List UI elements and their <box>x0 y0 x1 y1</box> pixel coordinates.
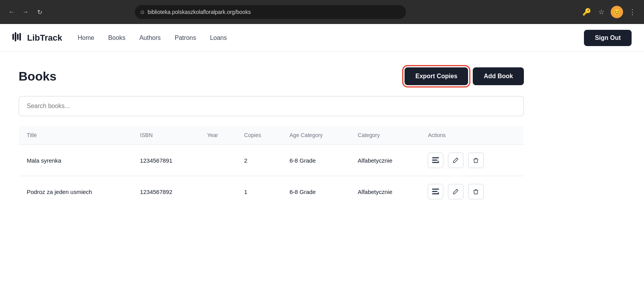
export-copies-button[interactable]: Export Copies <box>405 67 468 85</box>
cell-actions <box>420 176 523 208</box>
logo-area: LibTrack <box>12 32 62 44</box>
svg-rect-12 <box>474 190 478 191</box>
view-copies-button-0[interactable] <box>428 153 443 168</box>
delete-button-1[interactable] <box>468 184 484 199</box>
user-avatar[interactable]: 😊 <box>611 6 623 18</box>
svg-rect-0 <box>12 34 14 40</box>
address-text: biblioteka.polskaszkolafloralpark.org/bo… <box>148 9 251 15</box>
address-bar-security-icon: ⊙ <box>140 9 145 15</box>
table-row: Podroz za jeden usmiech 1234567892 1 6-8… <box>19 176 524 208</box>
col-copies: Copies <box>236 126 282 145</box>
cell-isbn: 1234567891 <box>132 145 199 176</box>
cell-year <box>199 145 236 176</box>
cell-actions <box>420 145 523 176</box>
col-isbn: ISBN <box>132 126 199 145</box>
cell-copies: 1 <box>236 176 282 208</box>
svg-rect-9 <box>432 189 439 190</box>
app-navbar: LibTrack Home Books Authors Patrons Loan… <box>0 24 644 52</box>
cell-age-category: 6-8 Grade <box>282 176 350 208</box>
view-copies-button-1[interactable] <box>428 184 443 199</box>
search-container <box>19 96 524 116</box>
table-header: Title ISBN Year Copies Age Category Cate… <box>19 126 524 145</box>
edit-button-1[interactable] <box>448 184 463 199</box>
cell-age-category: 6-8 Grade <box>282 145 350 176</box>
svg-rect-13 <box>475 189 477 190</box>
svg-rect-7 <box>474 159 478 160</box>
col-category: Category <box>350 126 420 145</box>
cell-title: Mala syrenka <box>19 145 133 176</box>
nav-home[interactable]: Home <box>77 34 94 41</box>
browser-chrome: ← → ↻ ⊙ biblioteka.polskaszkolafloralpar… <box>0 0 644 24</box>
nav-patrons[interactable]: Patrons <box>175 34 196 41</box>
col-year: Year <box>199 126 236 145</box>
cell-title: Podroz za jeden usmiech <box>19 176 133 208</box>
svg-rect-8 <box>475 158 477 159</box>
cell-copies: 2 <box>236 145 282 176</box>
svg-rect-1 <box>15 32 16 41</box>
address-bar[interactable]: ⊙ biblioteka.polskaszkolafloralpark.org/… <box>135 5 406 19</box>
page-title: Books <box>19 69 57 84</box>
password-icon[interactable]: 🔑 <box>581 7 592 17</box>
edit-button-0[interactable] <box>448 153 463 168</box>
bookmark-icon[interactable]: ☆ <box>596 7 607 17</box>
nav-links: Home Books Authors Patrons Loans <box>77 34 584 41</box>
browser-actions: 🔑 ☆ 😊 ⋮ <box>581 6 638 18</box>
forward-button[interactable]: → <box>20 7 31 17</box>
table-body: Mala syrenka 1234567891 2 6-8 Grade Alfa… <box>19 145 524 208</box>
table-row: Mala syrenka 1234567891 2 6-8 Grade Alfa… <box>19 145 524 176</box>
header-actions: Export Copies Add Book <box>405 67 524 85</box>
browser-nav-buttons: ← → ↻ <box>6 7 45 17</box>
page-header: Books Export Copies Add Book <box>19 67 524 85</box>
svg-rect-10 <box>432 191 437 192</box>
nav-authors[interactable]: Authors <box>139 34 161 41</box>
nav-books[interactable]: Books <box>108 34 125 41</box>
col-actions: Actions <box>420 126 523 145</box>
more-options-icon[interactable]: ⋮ <box>627 7 638 17</box>
search-input[interactable] <box>19 96 524 116</box>
svg-rect-5 <box>432 160 437 161</box>
logo-text: LibTrack <box>27 33 62 43</box>
back-button[interactable]: ← <box>6 7 17 17</box>
svg-rect-3 <box>19 33 21 41</box>
svg-rect-4 <box>432 157 439 158</box>
add-book-button[interactable]: Add Book <box>473 67 524 85</box>
svg-rect-2 <box>17 34 19 40</box>
nav-loans[interactable]: Loans <box>210 34 227 41</box>
sign-out-button[interactable]: Sign Out <box>584 30 632 46</box>
cell-year <box>199 176 236 208</box>
delete-button-0[interactable] <box>468 153 484 168</box>
col-age-category: Age Category <box>282 126 350 145</box>
reload-button[interactable]: ↻ <box>34 7 45 17</box>
logo-icon <box>12 32 23 44</box>
cell-category: Alfabetycznie <box>350 176 420 208</box>
cell-isbn: 1234567892 <box>132 176 199 208</box>
cell-category: Alfabetycznie <box>350 145 420 176</box>
books-table: Title ISBN Year Copies Age Category Cate… <box>19 125 524 208</box>
main-content: Books Export Copies Add Book Title ISBN … <box>0 52 542 223</box>
col-title: Title <box>19 126 133 145</box>
